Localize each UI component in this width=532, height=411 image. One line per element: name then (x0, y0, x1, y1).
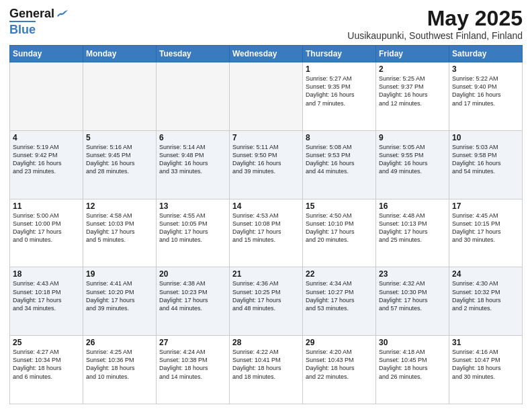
calendar-cell: 9Sunrise: 5:05 AM Sunset: 9:55 PM Daylig… (376, 130, 449, 199)
main-title: May 2025 (347, 7, 523, 30)
logo-general: General (9, 7, 54, 21)
calendar-day-header: Thursday (303, 46, 376, 62)
cell-daylight-info: Sunrise: 5:03 AM Sunset: 9:58 PM Dayligh… (452, 143, 519, 176)
date-number: 13 (159, 201, 226, 211)
date-number: 5 (86, 133, 153, 142)
calendar-week-row: 4Sunrise: 5:19 AM Sunset: 9:42 PM Daylig… (10, 130, 523, 199)
cell-daylight-info: Sunrise: 4:53 AM Sunset: 10:08 PM Daylig… (232, 212, 300, 244)
calendar-cell: 17Sunrise: 4:45 AM Sunset: 10:15 PM Dayl… (449, 199, 523, 267)
cell-daylight-info: Sunrise: 4:43 AM Sunset: 10:18 PM Daylig… (13, 279, 80, 312)
calendar-cell: 3Sunrise: 5:22 AM Sunset: 9:40 PM Daylig… (449, 62, 523, 131)
date-number: 20 (159, 269, 226, 279)
cell-daylight-info: Sunrise: 4:27 AM Sunset: 10:34 PM Daylig… (13, 348, 80, 381)
date-number: 10 (452, 133, 519, 142)
cell-daylight-info: Sunrise: 5:14 AM Sunset: 9:48 PM Dayligh… (159, 143, 226, 176)
cell-daylight-info: Sunrise: 4:38 AM Sunset: 10:23 PM Daylig… (159, 279, 226, 312)
date-number: 30 (379, 338, 446, 347)
calendar-cell: 20Sunrise: 4:38 AM Sunset: 10:23 PM Dayl… (157, 267, 230, 336)
calendar-cell: 12Sunrise: 4:58 AM Sunset: 10:03 PM Dayl… (83, 199, 157, 267)
cell-daylight-info: Sunrise: 4:45 AM Sunset: 10:15 PM Daylig… (452, 212, 519, 244)
date-number: 4 (13, 133, 80, 142)
logo: General Blue (9, 7, 68, 37)
date-number: 16 (379, 201, 446, 211)
calendar-cell: 15Sunrise: 4:50 AM Sunset: 10:10 PM Dayl… (303, 199, 376, 267)
calendar-cell: 14Sunrise: 4:53 AM Sunset: 10:08 PM Dayl… (230, 199, 303, 267)
logo-bird-icon (56, 9, 68, 19)
date-number: 3 (452, 64, 519, 74)
cell-daylight-info: Sunrise: 4:55 AM Sunset: 10:05 PM Daylig… (159, 212, 226, 244)
calendar-cell: 22Sunrise: 4:34 AM Sunset: 10:27 PM Dayl… (303, 267, 376, 336)
cell-daylight-info: Sunrise: 4:48 AM Sunset: 10:13 PM Daylig… (379, 212, 446, 244)
cell-daylight-info: Sunrise: 4:16 AM Sunset: 10:47 PM Daylig… (452, 348, 519, 381)
cell-daylight-info: Sunrise: 4:22 AM Sunset: 10:41 PM Daylig… (232, 348, 300, 381)
cell-daylight-info: Sunrise: 5:27 AM Sunset: 9:35 PM Dayligh… (306, 75, 373, 107)
cell-daylight-info: Sunrise: 4:24 AM Sunset: 10:38 PM Daylig… (159, 348, 226, 381)
calendar-day-header: Sunday (10, 46, 83, 62)
header: General Blue May 2025 Uusikaupunki, Sout… (9, 7, 523, 41)
cell-daylight-info: Sunrise: 5:11 AM Sunset: 9:50 PM Dayligh… (232, 143, 300, 176)
cell-daylight-info: Sunrise: 5:19 AM Sunset: 9:42 PM Dayligh… (13, 143, 80, 176)
cell-daylight-info: Sunrise: 4:34 AM Sunset: 10:27 PM Daylig… (306, 279, 373, 312)
calendar-cell: 24Sunrise: 4:30 AM Sunset: 10:32 PM Dayl… (449, 267, 523, 336)
calendar-day-header: Wednesday (230, 46, 303, 62)
date-number: 14 (232, 201, 300, 211)
cell-daylight-info: Sunrise: 4:50 AM Sunset: 10:10 PM Daylig… (306, 212, 373, 244)
cell-daylight-info: Sunrise: 4:20 AM Sunset: 10:43 PM Daylig… (306, 348, 373, 381)
cell-daylight-info: Sunrise: 4:36 AM Sunset: 10:25 PM Daylig… (232, 279, 300, 312)
calendar-week-row: 1Sunrise: 5:27 AM Sunset: 9:35 PM Daylig… (10, 62, 523, 131)
date-number: 21 (232, 269, 300, 279)
calendar-cell (157, 62, 230, 131)
date-number: 1 (306, 64, 373, 74)
date-number: 6 (159, 133, 226, 142)
calendar-cell: 30Sunrise: 4:18 AM Sunset: 10:45 PM Dayl… (376, 336, 449, 404)
calendar-table: SundayMondayTuesdayWednesdayThursdayFrid… (9, 45, 523, 404)
date-number: 26 (86, 338, 153, 347)
calendar-header-row: SundayMondayTuesdayWednesdayThursdayFrid… (10, 46, 523, 62)
date-number: 29 (306, 338, 373, 347)
calendar-cell: 26Sunrise: 4:25 AM Sunset: 10:36 PM Dayl… (83, 336, 157, 404)
date-number: 28 (232, 338, 300, 347)
cell-daylight-info: Sunrise: 5:00 AM Sunset: 10:00 PM Daylig… (13, 212, 80, 244)
calendar-week-row: 11Sunrise: 5:00 AM Sunset: 10:00 PM Dayl… (10, 199, 523, 267)
cell-daylight-info: Sunrise: 4:58 AM Sunset: 10:03 PM Daylig… (86, 212, 153, 244)
calendar-cell: 10Sunrise: 5:03 AM Sunset: 9:58 PM Dayli… (449, 130, 523, 199)
date-number: 2 (379, 64, 446, 74)
cell-daylight-info: Sunrise: 5:22 AM Sunset: 9:40 PM Dayligh… (452, 75, 519, 107)
calendar-week-row: 18Sunrise: 4:43 AM Sunset: 10:18 PM Dayl… (10, 267, 523, 336)
calendar-cell: 21Sunrise: 4:36 AM Sunset: 10:25 PM Dayl… (230, 267, 303, 336)
date-number: 22 (306, 269, 373, 279)
calendar-cell: 16Sunrise: 4:48 AM Sunset: 10:13 PM Dayl… (376, 199, 449, 267)
calendar-day-header: Tuesday (157, 46, 230, 62)
calendar-cell: 27Sunrise: 4:24 AM Sunset: 10:38 PM Dayl… (157, 336, 230, 404)
calendar-cell: 29Sunrise: 4:20 AM Sunset: 10:43 PM Dayl… (303, 336, 376, 404)
cell-daylight-info: Sunrise: 5:08 AM Sunset: 9:53 PM Dayligh… (306, 143, 373, 176)
calendar-cell: 28Sunrise: 4:22 AM Sunset: 10:41 PM Dayl… (230, 336, 303, 404)
date-number: 31 (452, 338, 519, 347)
date-number: 11 (13, 201, 80, 211)
date-number: 18 (13, 269, 80, 279)
calendar-cell (83, 62, 157, 131)
calendar-day-header: Saturday (449, 46, 523, 62)
subtitle: Uusikaupunki, Southwest Finland, Finland (347, 30, 523, 41)
calendar-week-row: 25Sunrise: 4:27 AM Sunset: 10:34 PM Dayl… (10, 336, 523, 404)
logo-blue: Blue (9, 21, 36, 37)
date-number: 7 (232, 133, 300, 142)
date-number: 23 (379, 269, 446, 279)
cell-daylight-info: Sunrise: 5:16 AM Sunset: 9:45 PM Dayligh… (86, 143, 153, 176)
calendar-cell: 31Sunrise: 4:16 AM Sunset: 10:47 PM Dayl… (449, 336, 523, 404)
calendar-cell: 13Sunrise: 4:55 AM Sunset: 10:05 PM Dayl… (157, 199, 230, 267)
date-number: 15 (306, 201, 373, 211)
calendar-cell: 2Sunrise: 5:25 AM Sunset: 9:37 PM Daylig… (376, 62, 449, 131)
page: General Blue May 2025 Uusikaupunki, Sout… (0, 0, 532, 411)
calendar-day-header: Monday (83, 46, 157, 62)
calendar-cell: 4Sunrise: 5:19 AM Sunset: 9:42 PM Daylig… (10, 130, 83, 199)
calendar-cell: 18Sunrise: 4:43 AM Sunset: 10:18 PM Dayl… (10, 267, 83, 336)
title-section: May 2025 Uusikaupunki, Southwest Finland… (347, 7, 523, 41)
cell-daylight-info: Sunrise: 4:18 AM Sunset: 10:45 PM Daylig… (379, 348, 446, 381)
cell-daylight-info: Sunrise: 4:25 AM Sunset: 10:36 PM Daylig… (86, 348, 153, 381)
date-number: 8 (306, 133, 373, 142)
calendar-cell: 8Sunrise: 5:08 AM Sunset: 9:53 PM Daylig… (303, 130, 376, 199)
date-number: 12 (86, 201, 153, 211)
calendar-cell: 23Sunrise: 4:32 AM Sunset: 10:30 PM Dayl… (376, 267, 449, 336)
cell-daylight-info: Sunrise: 4:32 AM Sunset: 10:30 PM Daylig… (379, 279, 446, 312)
